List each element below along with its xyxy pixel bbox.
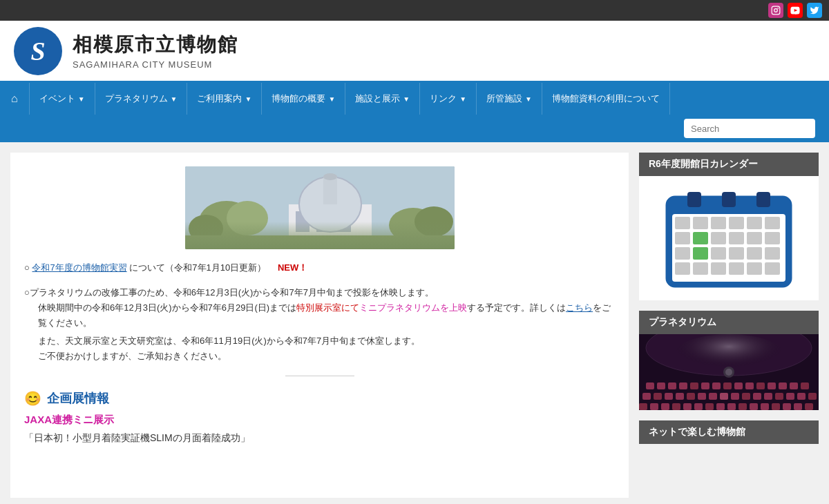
svg-rect-88 bbox=[716, 403, 725, 410]
svg-point-16 bbox=[414, 206, 453, 237]
calendar-widget[interactable] bbox=[639, 176, 819, 300]
svg-rect-71 bbox=[709, 393, 717, 400]
svg-rect-95 bbox=[794, 403, 802, 410]
svg-rect-56 bbox=[712, 382, 721, 389]
search-input[interactable] bbox=[684, 119, 815, 138]
svg-rect-46 bbox=[765, 262, 780, 275]
chevron-down-icon: ▼ bbox=[245, 95, 251, 103]
svg-rect-75 bbox=[753, 393, 761, 400]
svg-point-5 bbox=[189, 215, 223, 242]
svg-rect-80 bbox=[808, 393, 817, 400]
svg-rect-23 bbox=[675, 217, 690, 229]
chevron-down-icon: ▼ bbox=[171, 95, 178, 103]
nav-links[interactable]: リンク ▼ bbox=[420, 83, 477, 115]
planetarium-image[interactable] bbox=[639, 334, 819, 410]
svg-rect-85 bbox=[683, 403, 692, 410]
youtube-icon[interactable] bbox=[788, 3, 803, 18]
svg-rect-13 bbox=[323, 177, 337, 204]
news-item-2: ○プラネタリウムの改修工事のため、令和6年12月3日(火)から令和7年7月中旬ま… bbox=[24, 285, 615, 364]
svg-rect-57 bbox=[723, 382, 732, 389]
svg-rect-29 bbox=[675, 232, 690, 244]
news-link-1[interactable]: 令和7年度の博物館実習 bbox=[32, 262, 126, 273]
svg-rect-68 bbox=[676, 393, 684, 400]
svg-rect-86 bbox=[694, 403, 703, 410]
svg-rect-62 bbox=[779, 382, 787, 389]
svg-rect-64 bbox=[801, 382, 809, 389]
svg-rect-66 bbox=[654, 393, 662, 400]
svg-rect-31 bbox=[711, 232, 726, 244]
svg-rect-25 bbox=[711, 217, 726, 229]
svg-rect-92 bbox=[761, 403, 769, 410]
content-area: ○ 令和7年度の博物館実習 について（令和7年1月10日更新） NEW！ ○プラ… bbox=[10, 153, 629, 498]
nav-about[interactable]: 博物館の概要 ▼ bbox=[262, 83, 345, 115]
nav-events[interactable]: イベント ▼ bbox=[30, 83, 95, 115]
svg-rect-28 bbox=[765, 217, 780, 229]
svg-rect-22 bbox=[756, 192, 770, 207]
svg-rect-40 bbox=[765, 247, 780, 260]
hero-svg bbox=[185, 166, 455, 249]
chevron-down-icon: ▼ bbox=[525, 95, 532, 103]
svg-rect-42 bbox=[693, 262, 708, 275]
svg-rect-90 bbox=[739, 403, 747, 410]
svg-rect-96 bbox=[805, 403, 813, 410]
exhibit-title[interactable]: JAXA連携ミニ展示 bbox=[24, 414, 615, 427]
svg-rect-61 bbox=[768, 382, 776, 389]
nav-facilities[interactable]: 施設と展示 ▼ bbox=[345, 83, 420, 115]
logo-text: 相模原市立博物館 SAGAMIHARA CITY MUSEUM bbox=[73, 32, 238, 70]
details-link[interactable]: こちら bbox=[566, 302, 593, 313]
nav-home[interactable]: ⌂ bbox=[0, 83, 30, 115]
svg-rect-89 bbox=[727, 403, 736, 410]
chevron-down-icon: ▼ bbox=[328, 95, 335, 103]
svg-rect-84 bbox=[672, 403, 680, 410]
svg-rect-20 bbox=[687, 192, 701, 207]
sidebar: R6年度開館日カレンダー bbox=[639, 153, 819, 454]
planetarium-svg bbox=[639, 334, 819, 410]
svg-rect-78 bbox=[786, 393, 794, 400]
chevron-down-icon: ▼ bbox=[78, 95, 85, 103]
svg-rect-82 bbox=[650, 403, 658, 410]
planetarium-section: プラネタリウム bbox=[639, 311, 819, 410]
svg-rect-94 bbox=[783, 403, 791, 410]
exhibit-subtitle[interactable]: 「日本初！小型月着陸実証機SLIMの月面着陸成功」 bbox=[24, 432, 615, 445]
svg-rect-93 bbox=[772, 403, 780, 410]
svg-rect-43 bbox=[711, 262, 726, 275]
svg-rect-72 bbox=[720, 393, 728, 400]
svg-rect-37 bbox=[711, 247, 726, 260]
svg-rect-44 bbox=[729, 262, 744, 275]
calendar-section: R6年度開館日カレンダー bbox=[639, 153, 819, 300]
svg-rect-73 bbox=[731, 393, 739, 400]
svg-rect-27 bbox=[747, 217, 762, 229]
nav-planetarium[interactable]: プラネタリウム ▼ bbox=[95, 83, 188, 115]
svg-rect-70 bbox=[698, 393, 706, 400]
section-label: 企画展情報 bbox=[47, 390, 109, 407]
top-bar bbox=[0, 0, 829, 21]
chevron-down-icon: ▼ bbox=[403, 95, 410, 103]
svg-rect-17 bbox=[185, 235, 455, 249]
svg-rect-87 bbox=[705, 403, 714, 410]
nav-access[interactable]: ご利用案内 ▼ bbox=[187, 83, 262, 115]
news-item-1: ○ 令和7年度の博物館実習 について（令和7年1月10日更新） NEW！ bbox=[24, 260, 615, 275]
chevron-down-icon: ▼ bbox=[459, 95, 466, 103]
main-layout: ○ 令和7年度の博物館実習 について（令和7年1月10日更新） NEW！ ○プラ… bbox=[0, 142, 829, 504]
nav-managed[interactable]: 所管施設 ▼ bbox=[477, 83, 542, 115]
svg-rect-60 bbox=[756, 382, 765, 389]
calendar-header: R6年度開館日カレンダー bbox=[639, 153, 819, 176]
smile-icon: 😊 bbox=[24, 390, 41, 407]
calendar-svg bbox=[660, 186, 798, 290]
hero-image bbox=[185, 166, 455, 249]
svg-rect-30 bbox=[693, 232, 708, 244]
svg-rect-33 bbox=[747, 232, 762, 244]
svg-rect-36 bbox=[693, 247, 708, 260]
svg-rect-77 bbox=[775, 393, 783, 400]
svg-rect-21 bbox=[722, 192, 736, 207]
instagram-icon[interactable] bbox=[768, 3, 783, 18]
svg-rect-52 bbox=[668, 382, 676, 389]
svg-rect-35 bbox=[675, 247, 690, 260]
site-subtitle: SAGAMIHARA CITY MUSEUM bbox=[73, 59, 238, 70]
svg-rect-58 bbox=[734, 382, 743, 389]
twitter-icon[interactable] bbox=[807, 3, 822, 18]
net-section-header: ネットで楽しむ博物館 bbox=[639, 420, 819, 444]
logo-image: S bbox=[14, 27, 62, 75]
svg-rect-41 bbox=[675, 262, 690, 275]
nav-materials[interactable]: 博物館資料の利用について bbox=[542, 83, 670, 115]
